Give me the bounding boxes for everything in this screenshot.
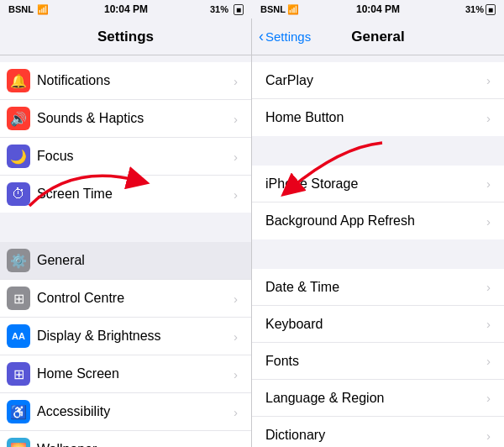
right-group-1: CarPlay › Home Button › [252, 62, 504, 136]
left-nav-bar: Settings [0, 18, 251, 55]
screen-time-label: Screen Time [37, 187, 234, 202]
sounds-icon: 🔊 [7, 107, 30, 130]
dictionary-chevron: › [486, 429, 491, 443]
focus-label: Focus [37, 149, 234, 164]
sidebar-item-accessibility[interactable]: ♿ Accessibility › [0, 393, 251, 431]
background-app-refresh-chevron: › [486, 214, 491, 229]
general-icon: ⚙️ [7, 249, 30, 272]
carrier-left: BSNL [8, 4, 34, 14]
notifications-icon: 🔔 [7, 69, 30, 92]
carrier-right: BSNL [260, 4, 286, 14]
wallpaper-icon-wrap: 🌅 [0, 431, 37, 447]
right-item-background-app-refresh[interactable]: Background App Refresh › [252, 202, 504, 239]
focus-icon: 🌙 [7, 145, 30, 168]
back-label: Settings [265, 29, 311, 44]
sidebar-item-home-screen[interactable]: ⊞ Home Screen › [0, 355, 251, 393]
screen-time-chevron: › [234, 187, 238, 202]
fonts-label: Fonts [265, 354, 486, 369]
right-item-home-button[interactable]: Home Button › [252, 99, 504, 136]
control-centre-label: Control Centre [37, 291, 234, 306]
wifi-icon-right: 📶 [287, 4, 299, 15]
iphone-storage-chevron: › [486, 176, 491, 191]
control-centre-icon: ⊞ [7, 287, 30, 310]
language-region-chevron: › [486, 391, 491, 405]
right-item-language-region[interactable]: Language & Region › [252, 380, 504, 417]
right-item-dictionary[interactable]: Dictionary › [252, 417, 504, 447]
background-app-refresh-label: Background App Refresh [265, 213, 486, 229]
date-time-label: Date & Time [265, 280, 486, 295]
language-region-label: Language & Region [265, 391, 486, 406]
sidebar-item-wallpaper[interactable]: 🌅 Wallpaper › [0, 431, 251, 447]
back-button[interactable]: ‹ Settings [259, 29, 311, 44]
iphone-storage-label: iPhone Storage [265, 176, 486, 192]
sidebar-item-control-centre[interactable]: ⊞ Control Centre › [0, 280, 251, 318]
sidebar-item-sounds[interactable]: 🔊 Sounds & Haptics › [0, 100, 251, 138]
signal-right: 31% [465, 4, 484, 14]
fonts-chevron: › [486, 354, 491, 368]
time-right: 10:04 PM [356, 3, 400, 15]
right-item-iphone-storage[interactable]: iPhone Storage › [252, 166, 504, 202]
right-nav-bar: ‹ Settings General [252, 18, 504, 55]
right-nav-title: General [351, 29, 404, 45]
left-settings-list: 🔔 Notifications › 🔊 Sounds & Haptics › 🌙… [0, 55, 251, 447]
right-gap-1 [252, 136, 504, 166]
left-nav-title: Settings [97, 29, 154, 45]
battery-right: ■ [486, 4, 496, 15]
right-panel: BSNL 📶 10:04 PM 31% ■ ‹ Settings General… [252, 0, 504, 447]
back-chevron-icon: ‹ [259, 29, 264, 44]
right-item-keyboard[interactable]: Keyboard › [252, 306, 504, 343]
screen-time-icon: ⏱ [7, 182, 30, 206]
settings-group-1: 🔔 Notifications › 🔊 Sounds & Haptics › 🌙… [0, 62, 251, 213]
battery-left: ■ [234, 4, 244, 15]
wallpaper-label: Wallpaper [37, 442, 234, 447]
notifications-chevron: › [234, 74, 238, 88]
right-settings-list: CarPlay › Home Button › iPhone Storage ›… [252, 55, 504, 447]
general-label: General [37, 253, 238, 268]
sounds-chevron: › [234, 112, 238, 126]
screen-time-icon-wrap: ⏱ [0, 176, 37, 213]
status-bar-left: BSNL 📶 10:04 PM 31% ■ [0, 0, 252, 18]
date-time-chevron: › [486, 280, 491, 294]
wallpaper-chevron: › [234, 443, 238, 448]
sidebar-item-notifications[interactable]: 🔔 Notifications › [0, 62, 251, 100]
time-left: 10:04 PM [104, 3, 148, 15]
sidebar-item-focus[interactable]: 🌙 Focus › [0, 138, 251, 176]
focus-icon-wrap: 🌙 [0, 138, 37, 175]
control-centre-icon-wrap: ⊞ [0, 280, 37, 317]
home-button-label: Home Button [265, 110, 486, 125]
divider-1 [0, 213, 251, 242]
sidebar-item-screen-time[interactable]: ⏱ Screen Time › [0, 176, 251, 213]
right-gap-2 [252, 239, 504, 269]
accessibility-icon: ♿ [7, 400, 30, 423]
sidebar-item-display[interactable]: AA Display & Brightness › [0, 318, 251, 355]
sidebar-item-general[interactable]: ⚙️ General [0, 242, 251, 280]
settings-group-2: ⚙️ General ⊞ Control Centre › AA Display… [0, 242, 251, 447]
status-bar-right: BSNL 📶 10:04 PM 31% ■ [252, 0, 504, 18]
right-item-fonts[interactable]: Fonts › [252, 343, 504, 380]
focus-chevron: › [234, 150, 238, 164]
wifi-icon-left: 📶 [37, 4, 49, 15]
home-screen-icon: ⊞ [7, 362, 30, 386]
home-screen-chevron: › [234, 367, 238, 381]
home-button-chevron: › [486, 111, 491, 125]
sounds-icon-wrap: 🔊 [0, 100, 37, 137]
keyboard-chevron: › [486, 317, 491, 331]
right-item-carplay[interactable]: CarPlay › [252, 62, 504, 99]
keyboard-label: Keyboard [265, 317, 486, 332]
display-chevron: › [234, 329, 238, 344]
wallpaper-icon: 🌅 [7, 438, 30, 447]
left-panel: BSNL 📶 10:04 PM 31% ■ Settings 🔔 Notific… [0, 0, 252, 447]
notifications-label: Notifications [37, 73, 234, 88]
control-centre-chevron: › [234, 292, 238, 306]
notifications-icon-wrap: 🔔 [0, 62, 37, 99]
accessibility-chevron: › [234, 405, 238, 419]
accessibility-icon-wrap: ♿ [0, 393, 37, 430]
home-screen-label: Home Screen [37, 366, 234, 381]
carplay-chevron: › [486, 73, 491, 87]
right-group-2: iPhone Storage › Background App Refresh … [252, 166, 504, 239]
carplay-label: CarPlay [265, 73, 486, 88]
display-label: Display & Brightness [37, 329, 234, 344]
right-item-date-time[interactable]: Date & Time › [252, 269, 504, 306]
display-icon: AA [7, 324, 30, 348]
general-icon-wrap: ⚙️ [0, 242, 37, 279]
